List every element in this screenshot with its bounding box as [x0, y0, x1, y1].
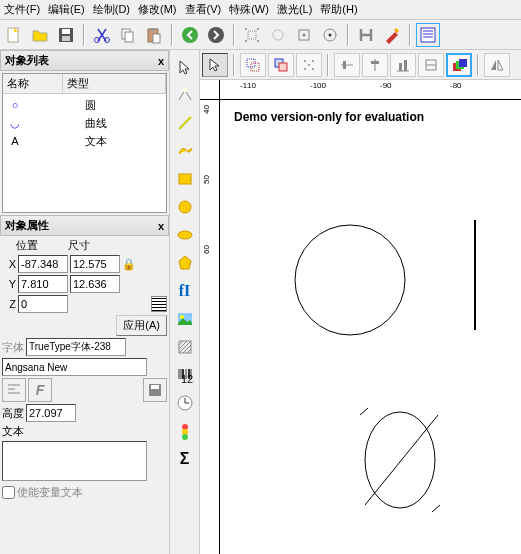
text-height-input[interactable]	[26, 404, 76, 422]
canvas-circle[interactable]	[295, 225, 405, 335]
svg-point-57	[304, 60, 306, 62]
selmode3-button[interactable]	[296, 53, 322, 77]
svg-point-60	[312, 68, 314, 70]
menu-special[interactable]: 特殊(W)	[229, 2, 269, 17]
selection-toolbar	[200, 50, 521, 80]
cut-button[interactable]	[90, 23, 114, 47]
menu-file[interactable]: 文件(F)	[4, 2, 40, 17]
close-icon[interactable]: x	[158, 220, 164, 232]
mirror-button[interactable]	[484, 53, 510, 77]
barcode-tool[interactable]: 12345	[172, 362, 198, 388]
z-input[interactable]	[18, 295, 68, 313]
x-input[interactable]	[18, 255, 68, 273]
menu-help[interactable]: 帮助(H)	[320, 2, 357, 17]
text-input[interactable]	[2, 441, 147, 481]
svg-rect-73	[459, 59, 467, 67]
clock-tool[interactable]	[172, 390, 198, 416]
paste-button[interactable]	[142, 23, 166, 47]
main-toolbar	[0, 20, 521, 50]
canvas-text-outline[interactable]	[360, 408, 440, 512]
lock-icon[interactable]: 🔒	[122, 258, 136, 271]
properties-button[interactable]	[416, 23, 440, 47]
menu-modify[interactable]: 修改(M)	[138, 2, 177, 17]
grid-icon[interactable]	[151, 296, 167, 312]
hatch-tool[interactable]	[172, 334, 198, 360]
tool-settings-button[interactable]	[380, 23, 404, 47]
width-input[interactable]	[70, 255, 120, 273]
svg-rect-68	[404, 60, 407, 71]
snap1-button[interactable]	[240, 23, 264, 47]
svg-point-58	[312, 60, 314, 62]
svg-rect-31	[151, 385, 159, 389]
svg-point-36	[178, 231, 192, 239]
svg-line-76	[360, 408, 368, 415]
snap2-button[interactable]	[266, 23, 290, 47]
svg-line-33	[179, 117, 191, 129]
image-tool[interactable]	[172, 306, 198, 332]
menu-draw[interactable]: 绘制(D)	[93, 2, 130, 17]
close-icon[interactable]: x	[158, 55, 164, 67]
node-tool[interactable]	[172, 82, 198, 108]
font-select[interactable]	[26, 338, 126, 356]
sum-tool[interactable]: Σ	[172, 446, 198, 472]
polygon-tool[interactable]	[172, 250, 198, 276]
align2-button[interactable]	[362, 53, 388, 77]
canvas-area: -110 -100 -90 -80 40 50 60 Demo version-…	[200, 50, 521, 554]
selmode1-button[interactable]	[240, 53, 266, 77]
snap4-button[interactable]	[318, 23, 342, 47]
svg-rect-63	[343, 61, 346, 69]
canvas-wrap: 40 50 60 Demo version-only for evaluatio…	[200, 100, 521, 554]
ellipse-tool[interactable]	[172, 222, 198, 248]
align4-button[interactable]	[418, 53, 444, 77]
pointer-tool[interactable]	[202, 53, 228, 77]
align3-button[interactable]	[390, 53, 416, 77]
list-item[interactable]: ○圆	[5, 96, 164, 114]
menu-view[interactable]: 查看(V)	[185, 2, 222, 17]
svg-text:12345: 12345	[181, 373, 194, 384]
align-button[interactable]	[2, 378, 26, 402]
svg-line-77	[432, 505, 440, 512]
object-list[interactable]: 名称 类型 ○圆 ◡曲线 A文本	[2, 73, 167, 213]
tool-h-button[interactable]	[354, 23, 378, 47]
col-type[interactable]: 类型	[63, 74, 166, 93]
enable-var-checkbox[interactable]	[2, 486, 15, 499]
back-button[interactable]	[178, 23, 202, 47]
copy-button[interactable]	[116, 23, 140, 47]
height-input[interactable]	[70, 275, 120, 293]
open-file-button[interactable]	[28, 23, 52, 47]
svg-point-74	[365, 412, 435, 508]
menu-laser[interactable]: 激光(L)	[277, 2, 312, 17]
svg-point-18	[273, 30, 283, 40]
apply-button[interactable]: 应用(A)	[116, 315, 167, 336]
curve-tool[interactable]	[172, 138, 198, 164]
forward-button[interactable]	[204, 23, 228, 47]
align1-button[interactable]	[334, 53, 360, 77]
col-name[interactable]: 名称	[3, 74, 63, 93]
x-label: X	[2, 258, 16, 270]
light-tool[interactable]	[172, 418, 198, 444]
objlist-label: 对象列表	[5, 53, 49, 68]
fontname-select[interactable]	[2, 358, 147, 376]
list-item[interactable]: ◡曲线	[5, 114, 164, 132]
snap3-button[interactable]	[292, 23, 316, 47]
selmode2-button[interactable]	[268, 53, 294, 77]
list-item[interactable]: A文本	[5, 132, 164, 150]
layers-button[interactable]	[446, 53, 472, 77]
menu-edit[interactable]: 编辑(E)	[48, 2, 85, 17]
ruler-corner	[200, 80, 220, 100]
y-input[interactable]	[18, 275, 68, 293]
new-file-button[interactable]	[2, 23, 26, 47]
rect-tool[interactable]	[172, 166, 198, 192]
canvas[interactable]: Demo version-only for evaluation	[220, 100, 521, 554]
circle-tool[interactable]	[172, 194, 198, 220]
select-tool[interactable]	[172, 54, 198, 80]
text-tool[interactable]: fI	[172, 278, 198, 304]
svg-point-20	[303, 33, 306, 36]
save-font-button[interactable]	[143, 378, 167, 402]
left-panel: 对象列表 x 名称 类型 ○圆 ◡曲线 A文本 对象属性 x 位置 尺寸 X	[0, 50, 170, 554]
menu-bar: 文件(F) 编辑(E) 绘制(D) 修改(M) 查看(V) 特殊(W) 激光(L…	[0, 0, 521, 20]
save-button[interactable]	[54, 23, 78, 47]
line-tool[interactable]	[172, 110, 198, 136]
italic-button[interactable]: F	[28, 378, 52, 402]
svg-point-59	[304, 68, 306, 70]
